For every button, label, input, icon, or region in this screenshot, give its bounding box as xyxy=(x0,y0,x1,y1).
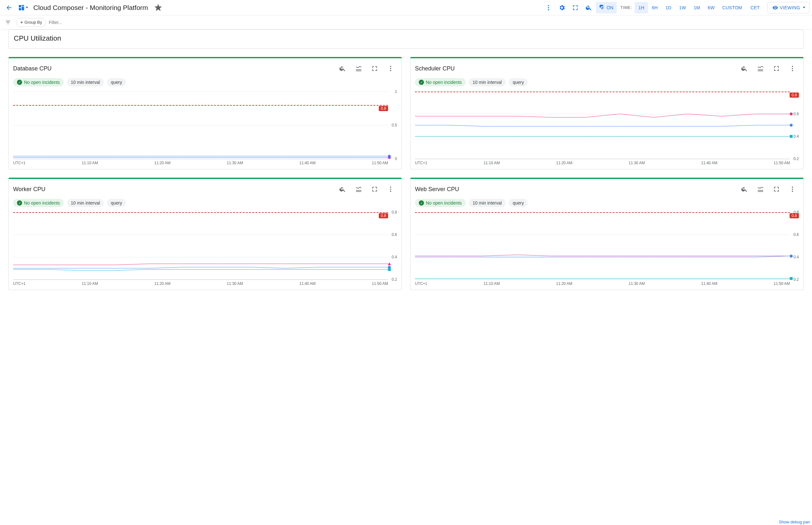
svg-point-10 xyxy=(390,186,391,188)
svg-point-4 xyxy=(390,66,391,67)
chart-zoom-icon[interactable] xyxy=(336,62,349,75)
threshold-badge: 0.8 xyxy=(790,213,799,218)
toolbar-right: ON TIME: 1H6H1D1W1M6WCUSTOM CET VIEWING xyxy=(542,1,810,14)
chart-legend-icon[interactable] xyxy=(754,183,767,196)
series-marker xyxy=(388,268,391,271)
check-icon: ✓ xyxy=(419,80,424,85)
interval-chip[interactable]: 10 min interval xyxy=(67,78,104,87)
chart-fullscreen-icon[interactable] xyxy=(368,62,381,75)
plot-area[interactable]: 0.80.60.40.20.8 xyxy=(415,212,799,280)
x-tick-label: 11:30 AM xyxy=(227,281,243,286)
x-tick-label: 11:10 AM xyxy=(483,161,500,165)
interval-chip[interactable]: 10 min interval xyxy=(469,78,506,87)
chart-title: Scheduler CPU xyxy=(415,65,738,72)
chart-legend-icon[interactable] xyxy=(352,183,365,196)
favorite-button[interactable] xyxy=(152,1,165,14)
query-chip[interactable]: query xyxy=(509,78,528,87)
y-tick-label: 0.8 xyxy=(392,210,397,214)
chart-card-worker-cpu: Worker CPU✓No open incidents10 min inter… xyxy=(8,178,402,290)
series-line xyxy=(415,114,790,118)
chart-more-icon[interactable] xyxy=(786,183,799,196)
chart-more-icon[interactable] xyxy=(384,62,397,75)
interval-chip[interactable]: 10 min interval xyxy=(67,199,104,207)
chart-zoom-icon[interactable] xyxy=(336,183,349,196)
series-line xyxy=(13,264,388,265)
time-range-custom[interactable]: CUSTOM xyxy=(719,2,746,13)
svg-point-13 xyxy=(792,186,793,188)
x-tick-label: 11:50 AM xyxy=(372,161,388,165)
incidents-chip[interactable]: ✓No open incidents xyxy=(13,78,64,87)
dashboard-selector[interactable] xyxy=(17,4,29,11)
svg-point-12 xyxy=(390,191,391,192)
x-tick-label: 11:20 AM xyxy=(154,161,171,165)
chart-more-icon[interactable] xyxy=(786,62,799,75)
y-tick-label: 0.5 xyxy=(392,123,397,127)
plot-area[interactable]: 10.500.8 xyxy=(13,92,397,159)
chart-zoom-icon[interactable] xyxy=(738,62,751,75)
auto-refresh-toggle[interactable]: ON xyxy=(596,2,617,13)
x-tick-label: 11:50 AM xyxy=(773,161,790,165)
settings-button[interactable] xyxy=(556,1,568,14)
y-tick-label: 0.2 xyxy=(794,156,799,161)
x-tick-label: 11:40 AM xyxy=(701,161,718,165)
query-chip[interactable]: query xyxy=(107,199,126,207)
filter-input[interactable] xyxy=(49,20,145,25)
time-label: TIME: xyxy=(620,5,632,10)
query-chip[interactable]: query xyxy=(509,199,528,207)
chart-legend-icon[interactable] xyxy=(352,62,365,75)
svg-point-14 xyxy=(792,189,793,190)
group-by-button[interactable]: + Group By xyxy=(16,18,46,27)
series-line xyxy=(13,267,388,269)
svg-point-15 xyxy=(792,191,793,192)
page-title: Cloud Composer - Monitoring Platform xyxy=(33,4,148,12)
chart-card-database-cpu: Database CPU✓No open incidents10 min int… xyxy=(8,57,402,169)
refresh-on-label: ON xyxy=(607,5,614,10)
svg-point-3 xyxy=(548,9,549,10)
chart-title: Worker CPU xyxy=(13,186,336,193)
plot-area[interactable]: 0.80.60.40.20.8 xyxy=(13,212,397,280)
series-marker xyxy=(790,277,793,280)
y-tick-label: 0 xyxy=(395,156,397,161)
time-range-1m[interactable]: 1M xyxy=(690,2,704,13)
time-range-1w[interactable]: 1W xyxy=(675,2,690,13)
chart-fullscreen-icon[interactable] xyxy=(770,183,783,196)
chart-zoom-icon[interactable] xyxy=(738,183,751,196)
series-line xyxy=(415,125,790,126)
back-button[interactable] xyxy=(3,1,15,14)
interval-chip[interactable]: 10 min interval xyxy=(469,199,506,207)
query-chip[interactable]: query xyxy=(107,78,126,87)
x-tick-label: 11:30 AM xyxy=(629,161,645,165)
chart-more-icon[interactable] xyxy=(384,183,397,196)
time-range-1d[interactable]: 1D xyxy=(662,2,675,13)
plot-area[interactable]: 0.60.40.20.8 xyxy=(415,92,799,159)
x-tick-label: 11:50 AM xyxy=(773,281,790,286)
x-tick-label: UTC+1 xyxy=(13,281,25,286)
time-range-6h[interactable]: 6H xyxy=(648,2,662,13)
main-content: CPU Utilization Database CPU✓No open inc… xyxy=(0,29,812,297)
series-marker xyxy=(790,255,793,257)
chart-fullscreen-icon[interactable] xyxy=(368,183,381,196)
section-title: CPU Utilization xyxy=(14,34,798,43)
x-tick-label: 11:40 AM xyxy=(701,281,718,286)
incidents-chip[interactable]: ✓No open incidents xyxy=(415,199,466,207)
time-range-6w[interactable]: 6W xyxy=(704,2,719,13)
fullscreen-button[interactable] xyxy=(569,1,582,14)
x-tick-label: UTC+1 xyxy=(415,281,427,286)
chart-fullscreen-icon[interactable] xyxy=(770,62,783,75)
svg-point-5 xyxy=(390,68,391,69)
svg-point-8 xyxy=(792,68,793,69)
check-icon: ✓ xyxy=(419,200,424,206)
series-line xyxy=(13,270,388,271)
chart-legend-icon[interactable] xyxy=(754,62,767,75)
timezone-button[interactable]: CET xyxy=(747,2,764,13)
y-tick-label: 0.6 xyxy=(794,232,799,237)
incidents-chip[interactable]: ✓No open incidents xyxy=(415,78,466,87)
incidents-chip[interactable]: ✓No open incidents xyxy=(13,199,64,207)
more-options-button[interactable] xyxy=(542,1,555,14)
viewing-mode-button[interactable]: VIEWING xyxy=(767,2,809,13)
svg-point-2 xyxy=(548,7,549,8)
reset-zoom-button[interactable] xyxy=(583,1,595,14)
filter-icon-button[interactable] xyxy=(3,17,13,28)
svg-point-6 xyxy=(390,70,391,71)
time-range-1h[interactable]: 1H xyxy=(635,2,648,13)
